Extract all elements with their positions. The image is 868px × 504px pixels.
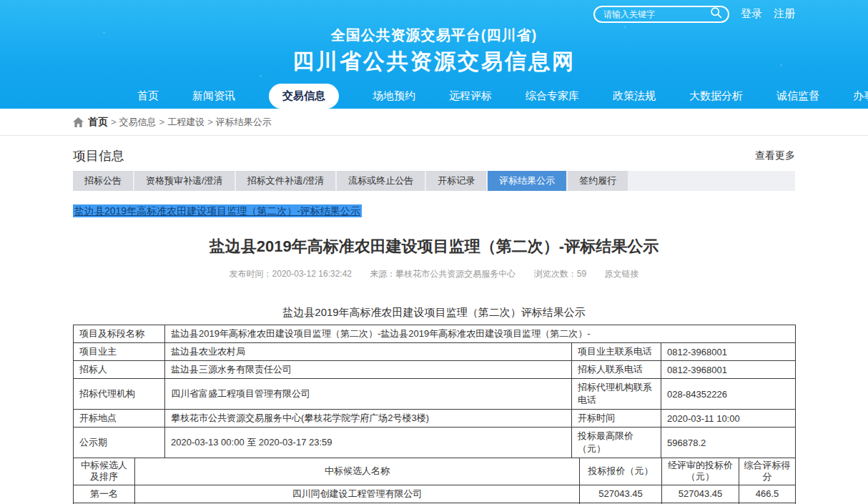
breadcrumb-engineering[interactable]: 工程建设 (167, 116, 204, 129)
col-header-rank: 中标候选人及排序 (74, 458, 135, 485)
table-row: 第一名 四川同创建设工程管理有限公司 527043.45 527043.45 4… (74, 485, 796, 503)
agency-phone-value: 028-84352226 (661, 379, 796, 410)
rank-cell: 第一名 (74, 485, 135, 503)
publicity-period-label: 公示期 (74, 428, 165, 458)
breadcrumb-evaluation-result[interactable]: 评标结果公示 (216, 116, 272, 129)
col-header-candidate-name: 中标候选人名称 (135, 458, 580, 485)
login-link[interactable]: 登录 (741, 7, 762, 21)
tenderer-phone-label: 招标人联系电话 (572, 361, 661, 379)
owner-label: 项目业主 (74, 343, 165, 361)
publish-time: 发布时间：2020-03-12 16:32:42 (230, 269, 352, 279)
breadcrumb-trade-info[interactable]: 交易信息 (119, 116, 157, 129)
search-icon[interactable] (710, 6, 722, 21)
tenderer-value: 盐边县三源水务有限责任公司 (165, 361, 572, 379)
result-table-title: 盐边县2019年高标准农田建设项目监理（第二次）评标结果公示 (73, 306, 795, 320)
candidate-name-cell: 四川同创建设工程管理有限公司 (135, 485, 580, 503)
evaluated-price-cell: 527043.45 (662, 485, 739, 503)
opening-place-value: 攀枝花市公共资源交易服务中心(攀枝花学院学府广场2号楼3楼) (165, 410, 572, 428)
tenderer-label: 招标人 (74, 361, 165, 379)
nav-item-news[interactable]: 新闻资讯 (192, 89, 235, 103)
breadcrumb: 首页 > 交易信息 > 工程建设 > 评标结果公示 (73, 116, 795, 129)
breadcrumb-bar: 首页 > 交易信息 > 工程建设 > 评标结果公示 (0, 109, 868, 136)
tab-tender-announcement[interactable]: 招标公告 (73, 171, 133, 191)
platform-title: 全国公共资源交易平台(四川省) (73, 26, 795, 45)
result-list-item[interactable]: 盐边县2019年高标准农田建设项目监理（第二次）-评标结果公示 (73, 205, 795, 218)
project-name-label: 项目及标段名称 (74, 325, 165, 343)
source: 来源：攀枝花市公共资源交易服务中心 (370, 269, 516, 279)
table-row: 项目及标段名称 盐边县2019年高标准农田建设项目监理（第二次）-盐边县2019… (74, 325, 796, 343)
header-top-row: 登录 注册 (73, 0, 795, 23)
nav-item-venue-booking[interactable]: 场地预约 (373, 89, 415, 103)
col-header-score: 综合评标得分 (739, 458, 796, 485)
tab-failed-terminated[interactable]: 流标或终止公告 (337, 171, 425, 191)
site-title: 四川省公共资源交易信息网 (73, 47, 795, 76)
max-price-value: 596878.2 (661, 428, 796, 458)
table-row: 招标代理机构 四川省富盛工程项目管理有限公司 招标代理机构联系电话 028-84… (74, 379, 796, 410)
register-link[interactable]: 注册 (774, 7, 795, 21)
search-box[interactable] (593, 6, 729, 23)
opening-time-label: 开标时间 (572, 410, 661, 428)
tab-contract-performance[interactable]: 签约履行 (568, 171, 628, 191)
table-row: 项目业主 盐边县农业农村局 项目业主联系电话 0812-3968001 (74, 343, 796, 361)
site-header: 登录 注册 全国公共资源交易平台(四川省) 四川省公共资源交易信息网 首页 新闻… (0, 0, 868, 109)
owner-value: 盐边县农业农村局 (165, 343, 572, 361)
article-title: 盐边县2019年高标准农田建设项目监理（第二次）-评标结果公示 (73, 236, 795, 257)
nav-item-guide[interactable]: 办事指南 (853, 89, 868, 103)
project-info-table: 项目及标段名称 盐边县2019年高标准农田建设项目监理（第二次）-盐边县2019… (73, 325, 796, 458)
nav-item-expert-pool[interactable]: 综合专家库 (526, 89, 579, 103)
bid-price-cell: 527043.45 (580, 485, 662, 503)
tab-strip: 招标公告 资格预审补遗/澄清 招标文件补遗/澄清 流标或终止公告 开标记录 评标… (73, 171, 795, 191)
owner-phone-label: 项目业主联系电话 (572, 343, 661, 361)
search-input[interactable] (603, 9, 704, 19)
score-cell: 466.5 (739, 485, 796, 503)
table-row: 开标地点 攀枝花市公共资源交易服务中心(攀枝花学院学府广场2号楼3楼) 开标时间… (74, 410, 796, 428)
tab-prequalification-addendum[interactable]: 资格预审补遗/澄清 (134, 171, 235, 191)
table-row: 公示期 2020-03-13 00:00 至 2020-03-17 23:59 … (74, 428, 796, 458)
selected-announcement-link[interactable]: 盐边县2019年高标准农田建设项目监理（第二次）-评标结果公示 (73, 204, 362, 217)
nav-item-policies[interactable]: 政策法规 (613, 89, 656, 103)
breadcrumb-home[interactable]: 首页 (88, 116, 108, 129)
col-header-bid-price: 投标报价（元） (580, 458, 662, 485)
view-count: 浏览次数：59 (534, 269, 586, 279)
project-name-value: 盐边县2019年高标准农田建设项目监理（第二次）-盐边县2019年高标准农田建设… (165, 325, 796, 343)
agency-phone-label: 招标代理机构联系电话 (572, 379, 661, 410)
tenderer-phone-value: 0812-3968001 (661, 361, 796, 379)
nav-item-remote-evaluation[interactable]: 远程评标 (449, 89, 492, 103)
page-title: 项目信息 (73, 147, 124, 164)
table-row: 招标人 盐边县三源水务有限责任公司 招标人联系电话 0812-3968001 (74, 361, 796, 379)
max-price-label: 投标最高限价（元） (572, 428, 661, 458)
col-header-evaluated-price: 经评审的投标价（元） (662, 458, 739, 485)
candidates-table: 中标候选人及排序 中标候选人名称 投标报价（元） 经评审的投标价（元） 综合评标… (73, 458, 796, 504)
see-more-link[interactable]: 查看更多 (755, 149, 795, 162)
breadcrumb-separator: > (207, 117, 213, 127)
owner-phone-value: 0812-3968001 (661, 343, 796, 361)
table-header-row: 中标候选人及排序 中标候选人名称 投标报价（元） 经评审的投标价（元） 综合评标… (74, 458, 796, 485)
opening-time-value: 2020-03-11 10:00 (661, 410, 796, 428)
main-nav: 首页 新闻资讯 交易信息 场地预约 远程评标 综合专家库 政策法规 大数据分析 … (73, 83, 795, 109)
home-icon (73, 117, 84, 127)
tab-tender-doc-addendum[interactable]: 招标文件补遗/澄清 (236, 171, 336, 191)
nav-item-home[interactable]: 首页 (137, 89, 159, 103)
opening-place-label: 开标地点 (74, 410, 165, 428)
original-link[interactable]: 原文链接 (604, 269, 638, 279)
agency-value: 四川省富盛工程项目管理有限公司 (165, 379, 572, 410)
breadcrumb-separator: > (159, 117, 165, 127)
tab-bid-opening-record[interactable]: 开标记录 (426, 171, 486, 191)
nav-item-big-data[interactable]: 大数据分析 (689, 89, 743, 103)
article-meta: 发布时间：2020-03-12 16:32:42 来源：攀枝花市公共资源交易服务… (73, 268, 795, 280)
nav-item-integrity[interactable]: 诚信监督 (776, 89, 819, 103)
nav-item-trade-info[interactable]: 交易信息 (269, 84, 339, 109)
agency-label: 招标代理机构 (74, 379, 165, 410)
breadcrumb-separator: > (111, 117, 117, 127)
tab-evaluation-result[interactable]: 评标结果公示 (488, 171, 566, 191)
publicity-period-value: 2020-03-13 00:00 至 2020-03-17 23:59 (165, 428, 572, 458)
